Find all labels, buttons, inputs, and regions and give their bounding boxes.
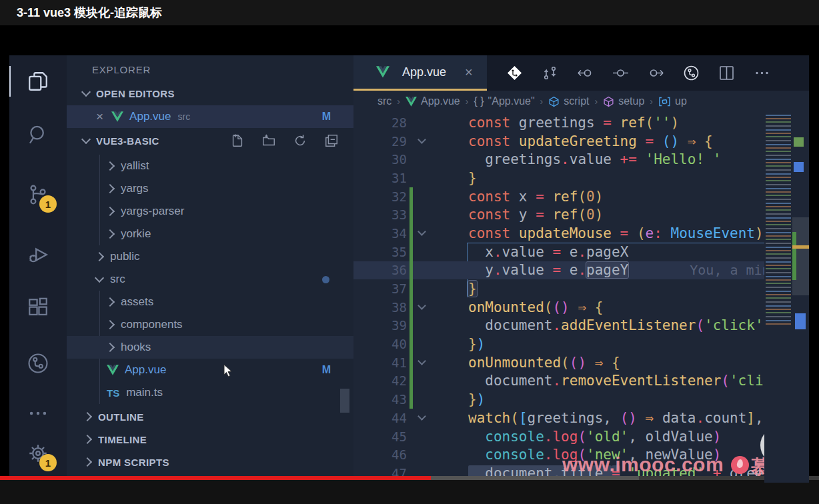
tree-item-main-ts[interactable]: TSmain.ts: [67, 381, 353, 404]
editor-actions: [506, 55, 771, 91]
tree-item-assets[interactable]: assets: [67, 291, 353, 313]
overview-ruler[interactable]: [792, 112, 809, 483]
breadcrumb-script[interactable]: script: [548, 95, 589, 107]
tree-item-src[interactable]: src: [67, 268, 353, 291]
code-line-33[interactable]: 33const y = ref(0): [353, 205, 809, 224]
code-line-32[interactable]: 32const x = ref(0): [353, 187, 809, 206]
navigate-back-icon[interactable]: [576, 64, 594, 82]
breadcrumb-separator: ›: [466, 96, 469, 107]
new-file-icon[interactable]: [230, 133, 245, 148]
open-editor-item[interactable]: × App.vue src M: [67, 105, 353, 128]
code-line-28[interactable]: 28const greetings = ref(''): [353, 113, 809, 132]
fold-icon[interactable]: [418, 301, 426, 310]
live-share-session-icon[interactable]: [682, 64, 700, 82]
fold-icon[interactable]: [418, 412, 426, 421]
collapse-all-icon[interactable]: [324, 133, 339, 148]
tree-item-label: src: [110, 273, 125, 286]
fold-icon[interactable]: [418, 228, 426, 237]
tab-app-vue[interactable]: App.vue ×: [353, 55, 487, 91]
code-line-43[interactable]: 43}): [353, 390, 809, 409]
open-editor-filename: App.vue: [129, 110, 171, 123]
tree-item-label: components: [121, 318, 183, 331]
code-line-38[interactable]: 38onMounted(() ⇒ {: [353, 298, 809, 317]
code-line-37[interactable]: 37}: [353, 279, 809, 298]
new-folder-icon[interactable]: [261, 133, 276, 148]
open-editor-path: src: [178, 111, 191, 122]
modified-dot: [322, 276, 329, 283]
video-title: 3-11 vue3 模块化-追踪鼠标: [17, 5, 162, 21]
tree-item-yargs[interactable]: yargs: [67, 177, 353, 200]
workspace-label: VUE3-BASIC: [96, 135, 159, 147]
code-line-36[interactable]: 36 y.value = e.pageYYou, a minut: [353, 261, 809, 280]
minimap[interactable]: [764, 112, 792, 483]
close-icon[interactable]: ×: [96, 109, 103, 124]
tree-item-label: main.ts: [126, 386, 163, 399]
imooc-logo-icon: [731, 456, 749, 474]
split-editor-icon[interactable]: [718, 64, 736, 82]
compare-changes-icon[interactable]: [541, 64, 559, 82]
live-share-icon[interactable]: [27, 352, 51, 376]
explorer-icon[interactable]: [27, 70, 51, 94]
code-line-31[interactable]: 31}: [353, 169, 809, 187]
tree-item-label: yorkie: [121, 227, 151, 241]
tree-item-public[interactable]: public: [67, 245, 353, 268]
tree-item-label: public: [110, 250, 139, 263]
tree-item-yallist[interactable]: yallist: [67, 155, 353, 177]
video-stage: 1 1 EXPLORER OPEN EDITORS: [0, 25, 819, 476]
gutter: [410, 427, 413, 446]
code-line-35[interactable]: 35 x.value = e.pageX: [353, 243, 809, 261]
section-timeline[interactable]: TIMELINE: [67, 428, 353, 451]
tree-item-yargs-parser[interactable]: yargs-parser: [67, 200, 353, 223]
gutter: [410, 169, 413, 187]
chevron-right-icon: [105, 207, 115, 216]
change-gutter-bar: [410, 353, 413, 372]
code-line-40[interactable]: 40}): [353, 335, 809, 353]
change-gutter-bar: [410, 224, 413, 243]
vue-file-icon: [376, 66, 389, 78]
breadcrumb-setup[interactable]: setup: [603, 95, 644, 107]
breadcrumb-src[interactable]: src: [377, 95, 391, 107]
overview-mark-green: [794, 137, 804, 147]
tree-item-components[interactable]: components: [67, 313, 353, 336]
change-gutter-bar: [410, 390, 413, 409]
code-line-45[interactable]: 45 console.log('old', oldValue): [353, 427, 809, 446]
more-actions-icon[interactable]: [27, 402, 51, 426]
breadcrumb--app-vue-[interactable]: { }"App.vue": [474, 95, 534, 107]
modified-badge: M: [322, 364, 331, 376]
breadcrumbs: src›App.vue›{ }"App.vue"›script›setup›up: [353, 91, 809, 112]
open-editors-header[interactable]: OPEN EDITORS: [67, 81, 353, 105]
tree-item-app-vue[interactable]: App.vueM: [67, 359, 353, 381]
navigate-forward-icon[interactable]: [647, 64, 665, 82]
fold-icon[interactable]: [418, 357, 426, 365]
breadcrumb-app-vue[interactable]: App.vue: [405, 95, 460, 107]
close-tab-icon[interactable]: ×: [465, 65, 473, 80]
code-line-39[interactable]: 39 document.addEventListener('click',: [353, 317, 809, 335]
code-line-30[interactable]: 30 greetings.value += 'Hello! ': [353, 150, 809, 169]
refresh-icon[interactable]: [293, 133, 307, 148]
sidebar-scrollbar[interactable]: [340, 389, 349, 413]
tree-item-hooks[interactable]: hooks: [67, 336, 353, 359]
chevron-down-icon: [81, 87, 91, 97]
code-editor[interactable]: 28const greetings = ref('')29const updat…: [353, 112, 809, 484]
git-compare-diamond-icon[interactable]: [506, 64, 524, 82]
ts-file-icon: TS: [107, 387, 119, 399]
section-outline[interactable]: OUTLINE: [67, 405, 353, 428]
fold-icon[interactable]: [418, 135, 426, 144]
search-icon[interactable]: [27, 123, 51, 147]
more-actions-icon[interactable]: [753, 64, 771, 82]
breadcrumb-separator: ›: [540, 96, 544, 107]
code-line-42[interactable]: 42 document.removeEventListener('click: [353, 372, 809, 391]
run-debug-icon[interactable]: [27, 243, 51, 267]
chevron-right-icon: [83, 435, 92, 444]
extensions-icon[interactable]: [27, 297, 51, 321]
section-npm-scripts[interactable]: NPM SCRIPTS: [67, 451, 353, 473]
code-line-41[interactable]: 41onUnmounted(() ⇒ {: [353, 353, 809, 372]
breadcrumb-up[interactable]: up: [658, 95, 687, 107]
code-line-44[interactable]: 44watch([greetings, () ⇒ data.count],: [353, 409, 809, 427]
code-line-29[interactable]: 29const updateGreeting = () ⇒ {: [353, 132, 809, 151]
sidebar-sections: OUTLINETIMELINENPM SCRIPTS: [67, 405, 353, 473]
tree-item-yorkie[interactable]: yorkie: [67, 223, 353, 245]
code-line-34[interactable]: 34const updateMouse = (e: MouseEvent) =: [353, 224, 809, 243]
workspace-header[interactable]: VUE3-BASIC: [67, 128, 353, 153]
current-position-icon[interactable]: [612, 64, 630, 82]
